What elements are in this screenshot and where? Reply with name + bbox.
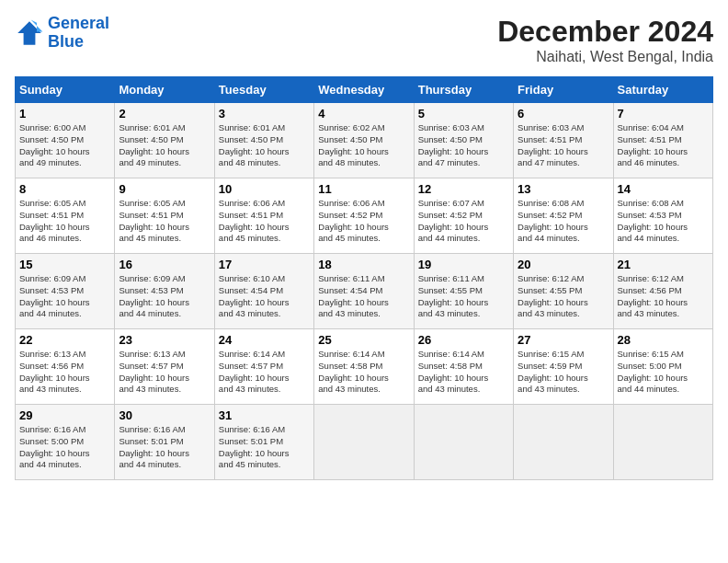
day-cell: 15Sunrise: 6:09 AMSunset: 4:53 PMDayligh… [16,254,115,329]
day-info: Sunrise: 6:03 AMSunset: 4:51 PMDaylight:… [518,122,609,169]
day-cell: 27Sunrise: 6:15 AMSunset: 4:59 PMDayligh… [514,329,613,405]
week-row-2: 8Sunrise: 6:05 AMSunset: 4:51 PMDaylight… [16,178,713,254]
day-cell [514,405,613,480]
day-number: 28 [618,333,709,347]
calendar-table: SundayMondayTuesdayWednesdayThursdayFrid… [15,76,713,480]
day-info: Sunrise: 6:10 AMSunset: 4:54 PMDaylight:… [219,273,310,320]
logo-icon [15,18,44,48]
day-number: 16 [119,258,210,271]
day-number: 22 [19,333,110,347]
day-number: 10 [219,182,310,196]
week-row-1: 1Sunrise: 6:00 AMSunset: 4:50 PMDaylight… [16,103,713,178]
day-cell: 4Sunrise: 6:02 AMSunset: 4:50 PMDaylight… [314,103,414,178]
day-info: Sunrise: 6:02 AMSunset: 4:50 PMDaylight:… [318,122,409,169]
day-info: Sunrise: 6:11 AMSunset: 4:54 PMDaylight:… [318,273,409,320]
day-cell: 17Sunrise: 6:10 AMSunset: 4:54 PMDayligh… [214,254,313,329]
day-number: 30 [119,408,210,422]
day-number: 4 [318,107,409,121]
day-number: 13 [518,182,609,196]
day-cell: 5Sunrise: 6:03 AMSunset: 4:50 PMDaylight… [414,103,513,178]
day-info: Sunrise: 6:12 AMSunset: 4:56 PMDaylight:… [618,273,709,320]
day-cell: 8Sunrise: 6:05 AMSunset: 4:51 PMDaylight… [16,178,115,254]
day-number: 2 [119,107,210,121]
day-cell: 18Sunrise: 6:11 AMSunset: 4:54 PMDayligh… [314,254,414,329]
day-info: Sunrise: 6:11 AMSunset: 4:55 PMDaylight:… [418,273,509,320]
day-number: 21 [618,258,709,271]
day-cell [613,405,712,480]
location-subtitle: Naihati, West Bengal, India [497,49,713,65]
calendar-body: 1Sunrise: 6:00 AMSunset: 4:50 PMDaylight… [16,103,713,480]
header-sunday: Sunday [16,77,115,103]
day-info: Sunrise: 6:15 AMSunset: 5:00 PMDaylight:… [618,349,709,396]
day-cell: 21Sunrise: 6:12 AMSunset: 4:56 PMDayligh… [613,254,712,329]
day-info: Sunrise: 6:15 AMSunset: 4:59 PMDaylight:… [518,349,609,396]
logo: General Blue [15,15,109,52]
day-info: Sunrise: 6:13 AMSunset: 4:56 PMDaylight:… [19,349,110,396]
day-number: 1 [19,107,110,121]
day-info: Sunrise: 6:05 AMSunset: 4:51 PMDaylight:… [19,198,110,245]
day-cell: 2Sunrise: 6:01 AMSunset: 4:50 PMDaylight… [115,103,214,178]
day-info: Sunrise: 6:16 AMSunset: 5:01 PMDaylight:… [219,424,310,471]
day-cell: 28Sunrise: 6:15 AMSunset: 5:00 PMDayligh… [613,329,712,405]
calendar-header-row: SundayMondayTuesdayWednesdayThursdayFrid… [16,77,713,103]
header-saturday: Saturday [613,77,712,103]
day-info: Sunrise: 6:08 AMSunset: 4:52 PMDaylight:… [518,198,609,245]
day-cell: 20Sunrise: 6:12 AMSunset: 4:55 PMDayligh… [514,254,613,329]
day-number: 31 [219,408,310,422]
header-monday: Monday [115,77,214,103]
day-cell: 14Sunrise: 6:08 AMSunset: 4:53 PMDayligh… [613,178,712,254]
header-wednesday: Wednesday [314,77,414,103]
day-number: 19 [418,258,509,271]
day-number: 23 [119,333,210,347]
day-cell: 26Sunrise: 6:14 AMSunset: 4:58 PMDayligh… [414,329,513,405]
day-number: 8 [19,182,110,196]
day-number: 15 [19,258,110,271]
day-number: 7 [618,107,709,121]
day-number: 6 [518,107,609,121]
header-thursday: Thursday [414,77,513,103]
day-number: 14 [618,182,709,196]
day-cell: 30Sunrise: 6:16 AMSunset: 5:01 PMDayligh… [115,405,214,480]
day-cell: 12Sunrise: 6:07 AMSunset: 4:52 PMDayligh… [414,178,513,254]
day-number: 25 [318,333,409,347]
day-info: Sunrise: 6:05 AMSunset: 4:51 PMDaylight:… [119,198,210,245]
page-header: General Blue December 2024 Naihati, West… [15,15,713,65]
month-title: December 2024 [497,15,713,49]
day-info: Sunrise: 6:16 AMSunset: 5:00 PMDaylight:… [19,424,110,471]
day-number: 17 [219,258,310,271]
week-row-4: 22Sunrise: 6:13 AMSunset: 4:56 PMDayligh… [16,329,713,405]
day-number: 5 [418,107,509,121]
day-cell: 10Sunrise: 6:06 AMSunset: 4:51 PMDayligh… [214,178,313,254]
day-info: Sunrise: 6:01 AMSunset: 4:50 PMDaylight:… [119,122,210,169]
day-cell: 9Sunrise: 6:05 AMSunset: 4:51 PMDaylight… [115,178,214,254]
day-info: Sunrise: 6:06 AMSunset: 4:51 PMDaylight:… [219,198,310,245]
svg-marker-0 [17,21,41,45]
day-number: 24 [219,333,310,347]
day-info: Sunrise: 6:00 AMSunset: 4:50 PMDaylight:… [19,122,110,169]
day-info: Sunrise: 6:12 AMSunset: 4:55 PMDaylight:… [518,273,609,320]
day-info: Sunrise: 6:13 AMSunset: 4:57 PMDaylight:… [119,349,210,396]
day-info: Sunrise: 6:09 AMSunset: 4:53 PMDaylight:… [19,273,110,320]
day-info: Sunrise: 6:16 AMSunset: 5:01 PMDaylight:… [119,424,210,471]
day-info: Sunrise: 6:04 AMSunset: 4:51 PMDaylight:… [618,122,709,169]
day-number: 3 [219,107,310,121]
day-info: Sunrise: 6:08 AMSunset: 4:53 PMDaylight:… [618,198,709,245]
header-friday: Friday [514,77,613,103]
day-number: 26 [418,333,509,347]
day-cell: 16Sunrise: 6:09 AMSunset: 4:53 PMDayligh… [115,254,214,329]
day-cell: 29Sunrise: 6:16 AMSunset: 5:00 PMDayligh… [16,405,115,480]
day-cell: 24Sunrise: 6:14 AMSunset: 4:57 PMDayligh… [214,329,313,405]
day-cell: 31Sunrise: 6:16 AMSunset: 5:01 PMDayligh… [214,405,313,480]
day-number: 9 [119,182,210,196]
day-info: Sunrise: 6:01 AMSunset: 4:50 PMDaylight:… [219,122,310,169]
day-number: 12 [418,182,509,196]
day-number: 18 [318,258,409,271]
day-cell: 22Sunrise: 6:13 AMSunset: 4:56 PMDayligh… [16,329,115,405]
day-number: 11 [318,182,409,196]
day-info: Sunrise: 6:03 AMSunset: 4:50 PMDaylight:… [418,122,509,169]
day-info: Sunrise: 6:07 AMSunset: 4:52 PMDaylight:… [418,198,509,245]
day-cell: 25Sunrise: 6:14 AMSunset: 4:58 PMDayligh… [314,329,414,405]
title-area: December 2024 Naihati, West Bengal, Indi… [497,15,713,65]
day-cell [414,405,513,480]
header-tuesday: Tuesday [214,77,313,103]
